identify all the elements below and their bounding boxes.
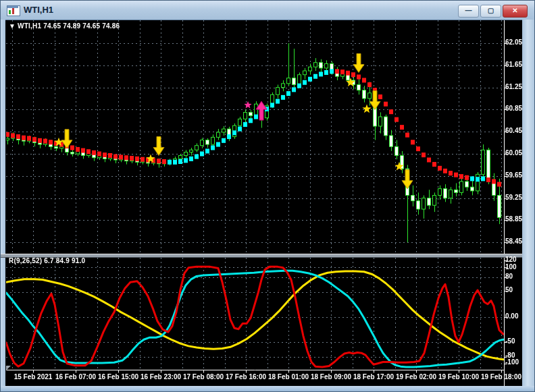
- window-border-bottom: [1, 386, 535, 392]
- price-axis-label: 60.85: [505, 105, 532, 112]
- close-icon: ✕: [512, 7, 517, 14]
- close-button[interactable]: ✕: [503, 5, 528, 18]
- price-axis-label: 61.65: [505, 61, 532, 68]
- terminal-window: WTI,H1 — ▢ ✕ ▼ WTI,H1 74.65 74.89 74.65 …: [0, 0, 535, 392]
- window-title: WTI,H1: [24, 5, 53, 15]
- time-axis-label: 19 Feb 18:00: [473, 373, 530, 381]
- restore-button[interactable]: ▢: [480, 5, 501, 18]
- price-axis-label: 59.65: [505, 171, 532, 179]
- price-axis-label: 58.85: [505, 215, 532, 223]
- window-border-left: [1, 20, 5, 387]
- window-controls: — ▢ ✕: [458, 5, 528, 18]
- price-axis-label: 59.25: [505, 194, 532, 201]
- price-axis-label: 62.05: [505, 38, 532, 46]
- indicator-header[interactable]: R(9,26,52) 6.7 84.9 91.0: [9, 257, 85, 264]
- price-axis-label: 60.45: [505, 127, 532, 134]
- osc-axis-label: -50: [505, 337, 532, 345]
- osc-axis-label: 80: [505, 273, 532, 280]
- panel-resize-grip[interactable]: [6, 366, 11, 370]
- price-axis-label: 60.05: [505, 149, 532, 157]
- osc-axis-label: 50: [505, 286, 532, 293]
- osc-axis-label: 100: [505, 263, 532, 271]
- ohlc-values: 74.65 74.89 74.65 74.86: [43, 22, 120, 30]
- price-axis-label: 61.25: [505, 83, 532, 90]
- osc-axis-label: 120: [505, 256, 532, 263]
- osc-axis-label: -100: [505, 358, 532, 366]
- window-titlebar[interactable]: WTI,H1 — ▢ ✕: [1, 1, 535, 20]
- minimize-icon: —: [465, 7, 472, 14]
- chart-window-icon: [7, 5, 20, 16]
- collapse-triangle-icon[interactable]: ▼: [9, 22, 16, 30]
- symbol-period-label: WTI,H1: [18, 22, 41, 30]
- panel-separator[interactable]: [1, 254, 522, 258]
- restore-icon: ▢: [488, 7, 494, 14]
- osc-axis-label: 0.00: [505, 312, 532, 320]
- window-border-right: [522, 20, 535, 387]
- chart-canvas[interactable]: [1, 1, 535, 392]
- price-axis-label: 58.45: [505, 237, 532, 245]
- minimize-button[interactable]: —: [458, 5, 479, 18]
- chart-quote-header[interactable]: ▼ WTI,H1 74.65 74.89 74.65 74.86: [9, 22, 120, 30]
